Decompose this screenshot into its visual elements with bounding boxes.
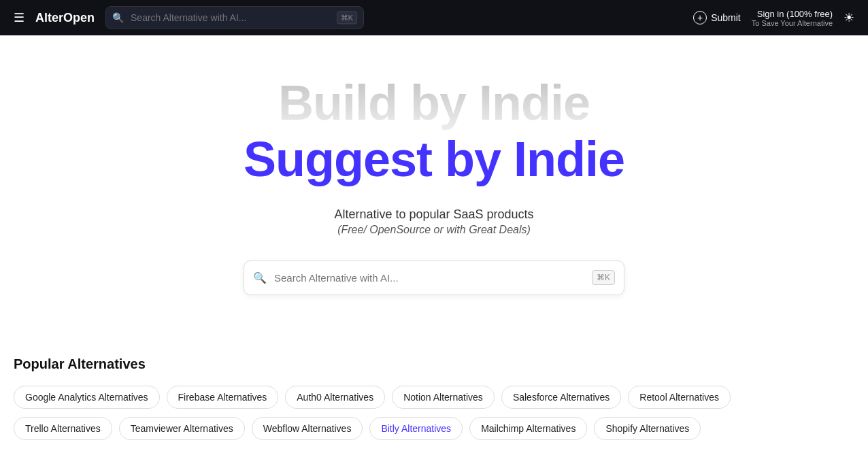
tag-webflow-alternatives[interactable]: Webflow Alternatives (252, 417, 363, 440)
popular-alternatives-section: Popular Alternatives Google Analytics Al… (0, 356, 830, 440)
main-search-container: 🔍 ⌘K (244, 261, 624, 295)
tag-retool-alternatives[interactable]: Retool Alternatives (628, 386, 731, 409)
tags-row-2: Trello AlternativesTeamviewer Alternativ… (14, 417, 816, 440)
signin-title: Sign in (100% free) (757, 9, 833, 19)
popular-alternatives-title: Popular Alternatives (14, 356, 816, 372)
tag-auth0-alternatives[interactable]: Auth0 Alternatives (285, 386, 385, 409)
main-search-kbd: ⌘K (592, 270, 615, 285)
submit-label: Submit (711, 12, 741, 23)
hero-subtitle: Alternative to popular SaaS products (334, 205, 533, 224)
main-search-icon: 🔍 (253, 271, 267, 284)
signin-subtitle: To Save Your Alternative (752, 19, 833, 27)
tags-row-1: Google Analytics AlternativesFirebase Al… (14, 386, 816, 409)
tag-salesforce-alternatives[interactable]: Salesforce Alternatives (501, 386, 621, 409)
navbar: ☰ AlterOpen 🔍 ⌘K + Submit Sign in (100% … (0, 0, 868, 35)
tag-shopify-alternatives[interactable]: Shopify Alternatives (594, 417, 701, 440)
hero-subtitle-italic: (Free/ OpenSource or with Great Deals) (337, 224, 531, 236)
tag-bitly-alternatives[interactable]: Bitly Alternatives (369, 417, 463, 440)
main-search-input[interactable] (244, 261, 624, 295)
submit-plus-icon: + (693, 11, 707, 24)
menu-icon[interactable]: ☰ (14, 10, 24, 25)
tag-firebase-alternatives[interactable]: Firebase Alternatives (167, 386, 279, 409)
nav-search-input[interactable] (105, 6, 364, 29)
hero-title-main: Suggest by Indie (244, 130, 624, 188)
nav-search-container: 🔍 ⌘K (105, 6, 364, 29)
tag-google-analytics-alternatives[interactable]: Google Analytics Alternatives (14, 386, 160, 409)
main-content: Build by Indie Suggest by Indie Alternat… (0, 35, 868, 356)
submit-button[interactable]: + Submit (693, 11, 741, 24)
tag-mailchimp-alternatives[interactable]: Mailchimp Alternatives (469, 417, 587, 440)
hero-title-background: Build by Indie (278, 76, 590, 130)
theme-toggle-icon[interactable]: ☀ (844, 10, 854, 25)
nav-search-icon: 🔍 (112, 12, 124, 23)
tag-teamviewer-alternatives[interactable]: Teamviewer Alternatives (119, 417, 245, 440)
site-logo[interactable]: AlterOpen (35, 11, 95, 25)
tag-trello-alternatives[interactable]: Trello Alternatives (14, 417, 112, 440)
tag-notion-alternatives[interactable]: Notion Alternatives (392, 386, 495, 409)
signin-button[interactable]: Sign in (100% free) To Save Your Alterna… (752, 9, 833, 27)
nav-search-kbd: ⌘K (337, 12, 357, 24)
